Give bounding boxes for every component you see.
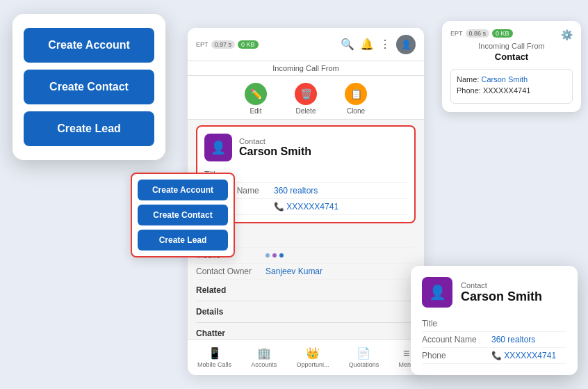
incoming-call-label: Incoming Call From xyxy=(450,42,573,50)
popup-title-label: Title xyxy=(422,319,491,328)
ept-bar-right: EPT 0.86 s 0 KB xyxy=(450,29,573,38)
phone-label-right: Phone: xyxy=(457,86,481,95)
delete-label: Delete xyxy=(296,107,316,115)
clone-label: Clone xyxy=(347,107,365,115)
name-label: Name: xyxy=(457,75,479,84)
phone-row: Phone: XXXXXX4741 xyxy=(457,86,566,95)
contact-card-popup: 👤 Contact Carson Smith Title Account Nam… xyxy=(411,266,578,375)
top-bar-icons: 🔍 🔔 ⋮ 👤 xyxy=(341,35,416,54)
chatter-label: Chatter xyxy=(196,328,225,338)
phone-value-right: XXXXXX4741 xyxy=(483,86,531,95)
details-label: Details xyxy=(196,307,223,317)
contact-type-label: Contact xyxy=(239,137,311,145)
edit-action[interactable]: ✏️ Edit xyxy=(245,83,267,115)
create-account-button[interactable]: Create Account xyxy=(24,28,154,63)
incoming-call-panel: ⚙️ EPT 0.86 s 0 KB Incoming Call From Co… xyxy=(442,21,581,112)
search-icon[interactable]: 🔍 xyxy=(341,38,354,51)
ept-info: EPT 0.97 s 0 KB xyxy=(196,40,259,49)
phone-emoji-icon: 📞 xyxy=(491,351,504,360)
nav-quotations[interactable]: 📄 Quotations xyxy=(349,347,379,368)
edit-icon: ✏️ xyxy=(245,83,267,105)
quotations-label: Quotations xyxy=(349,361,379,368)
bottom-nav: 📱 Mobile Calls 🏢 Accounts 👑 Opportuni...… xyxy=(188,339,424,375)
phone-value: 📞 XXXXXX4741 xyxy=(274,202,338,212)
name-value: Carson Smith xyxy=(481,75,528,84)
clone-icon: 📋 xyxy=(345,83,367,105)
action-row: ✏️ Edit 🗑️ Delete 📋 Clone xyxy=(188,76,424,120)
nav-mobile-calls[interactable]: 📱 Mobile Calls xyxy=(197,347,231,368)
delete-action[interactable]: 🗑️ Delete xyxy=(295,83,317,115)
create-lead-button[interactable]: Create Lead xyxy=(24,111,154,146)
popup-right-info: Contact Carson Smith xyxy=(461,281,542,304)
popup-right-type: Contact xyxy=(461,281,542,289)
clone-action[interactable]: 📋 Clone xyxy=(345,83,367,115)
kb-value: 0 KB xyxy=(238,40,259,49)
popup-phone-value: 📞 XXXXXX4741 xyxy=(491,351,556,360)
dot-2 xyxy=(272,253,277,257)
mobile-calls-icon: 📱 xyxy=(208,347,222,360)
popup-phone-label: Phone xyxy=(422,351,491,360)
popup-account-row: Account Name 360 realtors xyxy=(422,332,566,348)
details-section[interactable]: Details xyxy=(196,301,416,323)
quotations-icon: 📄 xyxy=(357,347,370,360)
ept-label: EPT xyxy=(196,41,209,48)
contact-name: Carson Smith xyxy=(239,145,311,158)
popup-right-header: 👤 Contact Carson Smith xyxy=(422,277,566,308)
ept-value: 0.97 s xyxy=(211,40,236,49)
popup-right-name: Carson Smith xyxy=(461,289,542,304)
small-action-popup: Create Account Create Contact Create Lea… xyxy=(131,173,235,257)
create-contact-button[interactable]: Create Contact xyxy=(24,70,154,104)
incoming-call-type: Contact xyxy=(450,51,573,62)
related-section: Related › xyxy=(196,280,416,301)
dot-3 xyxy=(279,253,284,257)
popup-account-label: Account Name xyxy=(422,335,491,344)
kb-right-value: 0 KB xyxy=(492,29,513,38)
settings-icon[interactable]: ⚙️ xyxy=(561,29,573,40)
contact-avatar: 👤 xyxy=(204,134,232,161)
accounts-label: Accounts xyxy=(251,361,277,368)
avatar[interactable]: 👤 xyxy=(396,35,416,54)
main-action-popup: Create Account Create Contact Create Lea… xyxy=(13,14,165,160)
opportunities-icon: 👑 xyxy=(306,347,320,360)
owner-value[interactable]: Sanjeev Kumar xyxy=(266,267,322,276)
more-icon[interactable]: ⋮ xyxy=(379,38,391,51)
account-value[interactable]: 360 realtors xyxy=(274,186,318,196)
bell-icon[interactable]: 🔔 xyxy=(360,38,374,51)
delete-icon: 🗑️ xyxy=(295,83,317,105)
dot-1 xyxy=(266,253,270,257)
nav-accounts[interactable]: 🏢 Accounts xyxy=(251,347,277,368)
phone-icon: 📞 xyxy=(274,202,286,212)
call-from-text: Incoming Call From xyxy=(272,64,338,72)
contact-info-box: Name: Carson Smith Phone: XXXXXX4741 xyxy=(450,69,573,104)
popup-right-avatar: 👤 xyxy=(422,277,452,308)
create-account-small-button[interactable]: Create Account xyxy=(138,180,228,200)
owner-label: Contact Owner xyxy=(196,267,266,276)
mobile-dots xyxy=(266,253,284,257)
ept-right-value: 0.86 s xyxy=(466,29,490,38)
top-bar: EPT 0.97 s 0 KB 🔍 🔔 ⋮ 👤 xyxy=(188,28,424,61)
contact-info: Contact Carson Smith xyxy=(239,137,311,158)
name-row: Name: Carson Smith xyxy=(457,75,566,84)
popup-phone-row: Phone 📞 XXXXXX4741 xyxy=(422,348,566,364)
popup-phone-number[interactable]: XXXXXX4741 xyxy=(504,351,556,360)
mobile-calls-label: Mobile Calls xyxy=(197,361,231,368)
popup-account-value[interactable]: 360 realtors xyxy=(491,335,535,344)
ept-right-label: EPT xyxy=(450,30,463,37)
owner-field: Contact Owner Sanjeev Kumar xyxy=(196,264,416,280)
phone-number[interactable]: XXXXXX4741 xyxy=(286,202,338,212)
edit-label: Edit xyxy=(250,107,261,115)
create-lead-small-button[interactable]: Create Lead xyxy=(138,230,228,251)
menu-icon: ≡ xyxy=(403,347,409,360)
accounts-icon: 🏢 xyxy=(257,347,271,360)
opportunities-label: Opportuni... xyxy=(296,361,329,368)
popup-title-row: Title xyxy=(422,316,566,332)
contact-header: 👤 Contact Carson Smith xyxy=(204,134,407,161)
call-from-label: Incoming Call From xyxy=(188,61,424,76)
nav-opportunities[interactable]: 👑 Opportuni... xyxy=(296,347,329,368)
related-label: Related xyxy=(196,285,226,295)
create-contact-small-button[interactable]: Create Contact xyxy=(138,205,228,225)
